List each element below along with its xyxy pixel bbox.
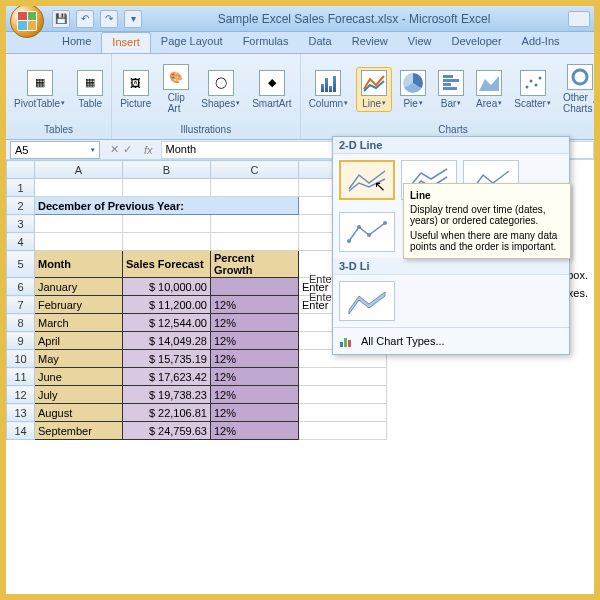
bar-chart-button[interactable]: Bar▾ — [434, 68, 468, 111]
scatter-chart-button[interactable]: Scatter▾ — [510, 68, 555, 111]
header-label[interactable]: December of Previous Year: — [35, 197, 299, 215]
svg-point-7 — [357, 225, 361, 229]
pie-chart-button[interactable]: Pie▾ — [396, 68, 430, 111]
group-charts-label: Charts — [438, 122, 467, 137]
line-tooltip: Line Display trend over time (dates, yea… — [403, 183, 571, 259]
fx-icon[interactable]: fx — [144, 144, 153, 156]
tab-developer[interactable]: Developer — [441, 32, 511, 53]
title-bar: 💾 ↶ ↷ ▾ Sample Excel Sales Forecast.xlsx… — [6, 6, 594, 32]
svg-point-3 — [534, 83, 537, 86]
svg-point-9 — [383, 221, 387, 225]
instr-suffix-1: box. — [567, 269, 588, 281]
tab-insert[interactable]: Insert — [101, 32, 151, 53]
tab-page-layout[interactable]: Page Layout — [151, 32, 233, 53]
svg-point-1 — [525, 85, 528, 88]
dropdown-section-3d: 3-D Li — [333, 258, 569, 275]
tab-add-ins[interactable]: Add-Ins — [512, 32, 570, 53]
tab-formulas[interactable]: Formulas — [233, 32, 299, 53]
line-3d-option[interactable] — [339, 281, 395, 321]
svg-rect-13 — [348, 340, 351, 347]
name-box[interactable]: A5▾ — [10, 141, 100, 159]
ribbon-tabs: Home Insert Page Layout Formulas Data Re… — [6, 32, 594, 54]
svg-point-5 — [573, 70, 587, 84]
col-header-c[interactable]: C — [211, 161, 299, 179]
group-illustrations-label: Illustrations — [181, 122, 232, 137]
tab-data[interactable]: Data — [298, 32, 341, 53]
svg-marker-10 — [349, 292, 385, 314]
line-chart-dropdown: 2-D Line Line Display trend over time (d… — [332, 136, 570, 355]
area-chart-button[interactable]: Area▾ — [472, 68, 506, 111]
svg-marker-0 — [479, 76, 499, 91]
enter-icon[interactable]: ✓ — [123, 143, 132, 156]
line-option-4[interactable] — [339, 212, 395, 252]
shapes-button[interactable]: ◯Shapes▾ — [197, 68, 244, 111]
undo-icon[interactable]: ↶ — [76, 10, 94, 28]
tab-review[interactable]: Review — [342, 32, 398, 53]
window-title: Sample Excel Sales Forecast.xlsx - Micro… — [142, 12, 566, 26]
all-chart-types-button[interactable]: All Chart Types... — [333, 327, 569, 354]
line-option-1[interactable] — [339, 160, 395, 200]
qat-more-icon[interactable]: ▾ — [124, 10, 142, 28]
col-header-a[interactable]: A — [35, 161, 123, 179]
col-header-b[interactable]: B — [123, 161, 211, 179]
dropdown-section-2d: 2-D Line — [333, 137, 569, 154]
tab-home[interactable]: Home — [52, 32, 101, 53]
svg-point-6 — [347, 239, 351, 243]
cancel-icon[interactable]: ✕ — [110, 143, 119, 156]
picture-button[interactable]: 🖼Picture — [116, 68, 155, 111]
minimize-button[interactable] — [568, 11, 590, 27]
pivottable-button[interactable]: ▦PivotTable▾ — [10, 68, 69, 111]
svg-rect-12 — [344, 338, 347, 347]
svg-point-2 — [529, 79, 532, 82]
clipart-button[interactable]: 🎨Clip Art — [159, 62, 193, 116]
smartart-button[interactable]: ◆SmartArt — [248, 68, 295, 111]
other-charts-button[interactable]: Other Charts▾ — [559, 62, 600, 116]
svg-rect-11 — [340, 342, 343, 347]
group-tables-label: Tables — [44, 122, 73, 137]
table-button[interactable]: ▦Table — [73, 68, 107, 111]
office-button[interactable] — [10, 4, 44, 38]
save-icon[interactable]: 💾 — [52, 10, 70, 28]
ribbon: ▦PivotTable▾ ▦Table Tables 🖼Picture 🎨Cli… — [6, 54, 594, 140]
line-chart-button[interactable]: Line▾ — [356, 67, 392, 112]
svg-point-4 — [538, 76, 541, 79]
tab-view[interactable]: View — [398, 32, 442, 53]
redo-icon[interactable]: ↷ — [100, 10, 118, 28]
column-chart-button[interactable]: Column▾ — [305, 68, 352, 111]
svg-point-8 — [367, 233, 371, 237]
